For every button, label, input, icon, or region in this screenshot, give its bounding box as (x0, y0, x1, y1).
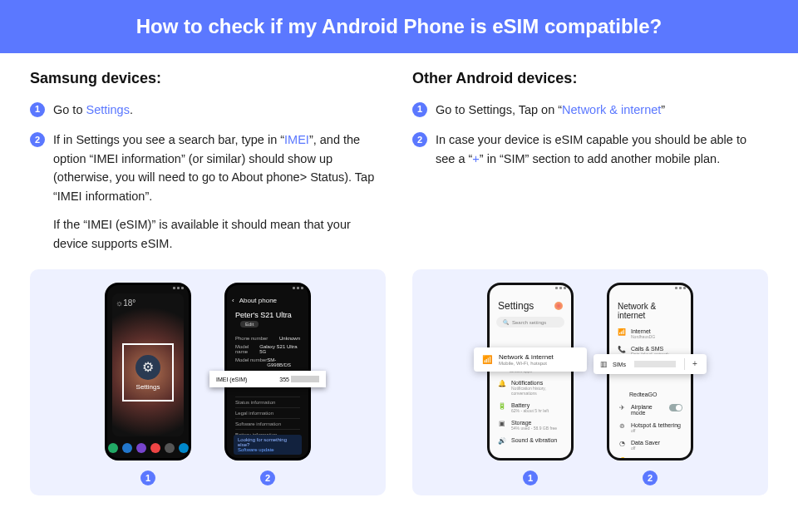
ni-callout-desc: Mobile, Wi-Fi, hotspot (499, 361, 554, 366)
samsung-step-2: 2 If in Settings you see a search bar, t… (30, 131, 386, 253)
device-name: Peter's S21 Ultra Edit (227, 308, 308, 331)
network-internet-link[interactable]: Network & internet (562, 103, 661, 116)
phone-icon: 📞 (618, 346, 626, 353)
settings-link[interactable]: Settings (86, 103, 130, 116)
other-heading: Other Android devices: (412, 70, 768, 87)
airplane-toggle[interactable] (669, 404, 682, 411)
network-internet-callout[interactable]: 📶 Network & internet Mobile, Wi-Fi, hots… (474, 347, 587, 372)
vpn-icon: 🔑 (618, 457, 626, 461)
edit-button[interactable]: Edit (240, 321, 259, 328)
add-sim-plus-icon[interactable]: + (690, 359, 700, 369)
network-internet-title: Network & internet (609, 293, 691, 325)
step-text: If the “IMEI (eSIM)” is available it sho… (53, 215, 386, 253)
sims-callout: ▥ SIMs + (594, 354, 707, 374)
settings-app-tile[interactable]: ⚙ Settings (122, 343, 174, 401)
battery-icon: 🔋 (498, 402, 506, 410)
ni-callout-title: Network & internet (499, 353, 554, 361)
step-badge: 1 (412, 102, 427, 117)
page-header: How to check if my Android Phone is eSIM… (0, 0, 798, 53)
search-icon: 🔍 (503, 319, 509, 325)
sim-icon: ▥ (600, 360, 608, 368)
footer-card[interactable]: Looking for something else? Software upd… (234, 435, 302, 455)
hotspot-icon: ⊚ (618, 422, 626, 430)
wifi-icon: 📶 (482, 355, 492, 364)
samsung-phone-homescreen: ☼18° ⚙ Settings (105, 283, 191, 461)
settings-row-battery[interactable]: 🔋Battery62% - about 5 hr left (490, 399, 571, 416)
step-text: Go to Settings. (53, 101, 386, 119)
other-column: Other Android devices: 1 Go to Settings,… (412, 70, 768, 264)
imei-masked (291, 376, 319, 382)
other-phone-2-col: Network & internet 📶InternetNordhausDG 📞… (607, 283, 693, 485)
more-rows: Status information Legal information Sof… (235, 397, 300, 440)
samsung-phone-2-col: ‹ About phone Peter's S21 Ultra Edit Pho… (224, 283, 311, 485)
settings-row-sound[interactable]: 🔊Sound & vibration (490, 434, 571, 448)
samsung-phone-1-col: ☼18° ⚙ Settings 1 (105, 283, 191, 485)
plus-link[interactable]: + (472, 152, 479, 165)
samsung-phones-panel: ☼18° ⚙ Settings 1 ‹ Abou (30, 269, 386, 495)
other-step-2: 2 In case your device is eSIM capable yo… (412, 131, 768, 168)
step-text: Go to Settings, Tap on “Network & intern… (436, 101, 768, 119)
samsung-column: Samsung devices: 1 Go to Settings. 2 If … (30, 70, 386, 264)
step-badge: 1 (30, 102, 45, 117)
back-icon[interactable]: ‹ (232, 297, 234, 304)
step-text: In case your device is eSIM capable you … (436, 131, 768, 168)
samsung-heading: Samsung devices: (30, 70, 386, 87)
bell-icon: 🔔 (498, 380, 506, 387)
imei-link[interactable]: IMEI (284, 133, 309, 146)
other-phone-settings: Settings 🔍 Search settings ▦AppsAssistan… (487, 283, 574, 461)
other-phone-1-col: Settings 🔍 Search settings ▦AppsAssistan… (487, 283, 574, 485)
imei-prefix: 355 (279, 377, 289, 382)
ni-row-internet[interactable]: 📶InternetNordhausDG (609, 325, 691, 342)
ni-row-vpn[interactable]: 🔑VPNNone (609, 454, 691, 461)
ni-row-hotspot[interactable]: ⊚Hotspot & tetheringoff (609, 419, 691, 436)
page-title: How to check if my Android Phone is eSIM… (136, 15, 663, 37)
settings-row-storage[interactable]: ▣Storage54% used - 58.9 GB free (490, 416, 571, 434)
content-columns: Samsung devices: 1 Go to Settings. 2 If … (0, 53, 798, 264)
gear-icon: ⚙ (135, 355, 160, 380)
wifi-icon: 📶 (618, 328, 626, 336)
figure-badge: 2 (260, 470, 275, 485)
sound-icon: 🔊 (498, 437, 506, 445)
sim-masked (634, 361, 676, 367)
storage-icon: ▣ (498, 420, 506, 427)
datasaver-icon: ◔ (618, 440, 626, 447)
other-phones-panel: Settings 🔍 Search settings ▦AppsAssistan… (412, 269, 768, 495)
samsung-step-1: 1 Go to Settings. (30, 101, 386, 119)
weather-widget: ☼18° (116, 298, 135, 308)
app-dock (107, 443, 189, 453)
avatar-icon[interactable] (554, 302, 563, 310)
step-badge: 2 (412, 132, 427, 147)
figure-badge: 1 (523, 470, 538, 485)
ni-row-airplane[interactable]: ✈Airplane mode (609, 401, 691, 419)
settings-screen-title: Settings (498, 300, 534, 312)
step-badge: 2 (30, 132, 45, 147)
figure-badge: 1 (140, 470, 155, 485)
phones-row: ☼18° ⚙ Settings 1 ‹ Abou (0, 269, 798, 495)
ni-row-datasaver[interactable]: ◔Data Saveroff (609, 436, 691, 454)
ni-row-provider[interactable]: RedteaGO (609, 388, 691, 401)
figure-badge: 2 (643, 470, 658, 485)
settings-app-label: Settings (136, 383, 160, 391)
imei-esim-callout: IMEI (eSIM) 355 (209, 371, 326, 387)
step-text: If in Settings you see a search bar, typ… (53, 131, 386, 205)
settings-row-notifications[interactable]: 🔔NotificationsNotification history, conv… (490, 377, 571, 399)
other-step-1: 1 Go to Settings, Tap on “Network & inte… (412, 101, 768, 119)
airplane-icon: ✈ (618, 404, 626, 411)
imei-esim-label: IMEI (eSIM) (216, 377, 247, 382)
sims-label: SIMs (613, 362, 626, 367)
about-phone-header: About phone (239, 297, 277, 304)
search-settings-input[interactable]: 🔍 Search settings (496, 317, 564, 328)
